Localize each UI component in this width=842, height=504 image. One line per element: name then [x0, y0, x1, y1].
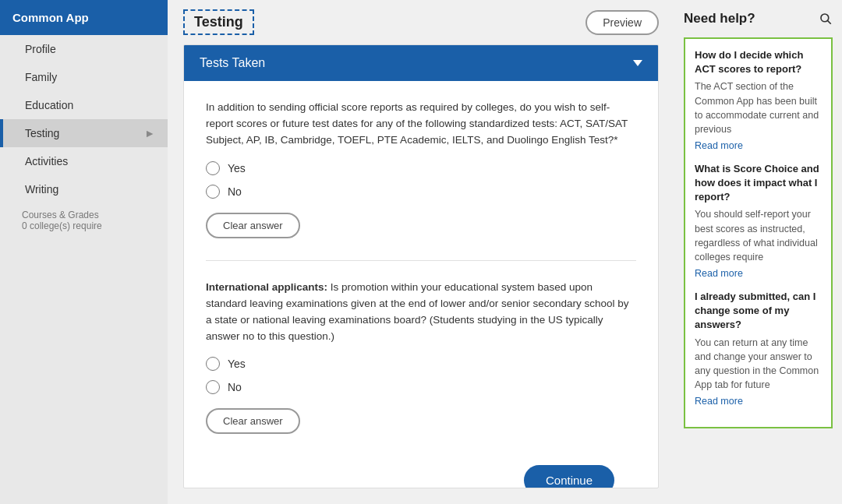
help-item-2: What is Score Choice and how does it imp…	[695, 162, 822, 279]
sidebar-item-education[interactable]: Education	[0, 91, 168, 119]
question2-block: International applicants: Is promotion w…	[206, 280, 636, 435]
question1-yes-radio[interactable]	[206, 161, 220, 175]
help-item-2-title: What is Score Choice and how does it imp…	[695, 162, 822, 205]
help-item-3-read-more[interactable]: Read more	[695, 396, 743, 407]
question1-yes-label: Yes	[228, 162, 246, 174]
question2-bold-prefix: International applicants:	[206, 281, 327, 293]
question1-no-label: No	[228, 185, 242, 198]
help-item-3-body: You can return at any time and change yo…	[695, 336, 822, 393]
help-header: Need help?	[684, 8, 833, 30]
card-header-title: Tests Taken	[200, 56, 265, 70]
question2-no-radio[interactable]	[206, 380, 220, 394]
search-icon[interactable]	[819, 12, 833, 26]
chevron-down-icon	[633, 60, 642, 66]
question2-yes-label: Yes	[228, 358, 246, 370]
question1-text: In addition to sending official score re…	[206, 100, 636, 149]
help-item-3-title: I already submitted, can I change some o…	[695, 290, 822, 333]
question2-no-label: No	[228, 381, 242, 393]
help-item-3: I already submitted, can I change some o…	[695, 290, 822, 407]
question1-block: In addition to sending official score re…	[206, 100, 636, 238]
app-name: Common App	[12, 11, 89, 24]
svg-line-1	[828, 21, 831, 24]
question2-text: International applicants: Is promotion w…	[206, 280, 636, 345]
help-item-1-read-more[interactable]: Read more	[695, 140, 743, 151]
card-header: Tests Taken	[184, 45, 658, 81]
question1-no-radio[interactable]	[206, 185, 220, 199]
question1-no-option[interactable]: No	[206, 185, 636, 199]
sidebar-item-profile[interactable]: Profile	[0, 35, 168, 63]
help-item-2-read-more[interactable]: Read more	[695, 268, 743, 279]
sidebar-item-family[interactable]: Family	[0, 63, 168, 91]
help-panel: How do I decide which ACT scores to repo…	[684, 37, 833, 428]
svg-point-0	[821, 14, 829, 22]
help-title: Need help?	[684, 11, 755, 26]
question1-clear-button[interactable]: Clear answer	[206, 213, 300, 238]
continue-row: Continue	[206, 456, 636, 488]
question2-yes-option[interactable]: Yes	[206, 357, 636, 371]
help-item-1-body: The ACT section of the Common App has be…	[695, 79, 822, 136]
preview-button[interactable]: Preview	[586, 10, 659, 35]
question2-clear-button[interactable]: Clear answer	[206, 408, 300, 434]
sidebar-item-courses-grades[interactable]: Courses & Grades 0 college(s) require	[0, 203, 168, 234]
help-item-1: How do I decide which ACT scores to repo…	[695, 48, 822, 151]
sidebar: Common App Profile Family Education Test…	[0, 0, 168, 504]
divider	[206, 260, 636, 261]
help-item-1-title: How do I decide which ACT scores to repo…	[695, 48, 822, 76]
question1-yes-option[interactable]: Yes	[206, 161, 636, 175]
card-body: In addition to sending official score re…	[184, 81, 658, 488]
tests-taken-card: Tests Taken In addition to sending offic…	[183, 44, 659, 488]
sidebar-item-activities[interactable]: Activities	[0, 147, 168, 175]
sidebar-header: Common App	[0, 0, 168, 35]
main-header: Testing Preview	[168, 0, 674, 44]
right-panel: Need help? How do I decide which ACT sco…	[674, 0, 842, 504]
main-content: Testing Preview Tests Taken In addition …	[168, 0, 674, 504]
help-item-2-body: You should self-report your best scores …	[695, 207, 822, 264]
testing-arrow-icon: ►	[144, 127, 155, 139]
sidebar-item-writing[interactable]: Writing	[0, 175, 168, 203]
question2-yes-radio[interactable]	[206, 357, 220, 371]
continue-button[interactable]: Continue	[524, 465, 614, 488]
page-title: Testing	[183, 9, 254, 35]
sidebar-item-testing[interactable]: Testing ►	[0, 119, 168, 147]
question2-no-option[interactable]: No	[206, 380, 636, 394]
